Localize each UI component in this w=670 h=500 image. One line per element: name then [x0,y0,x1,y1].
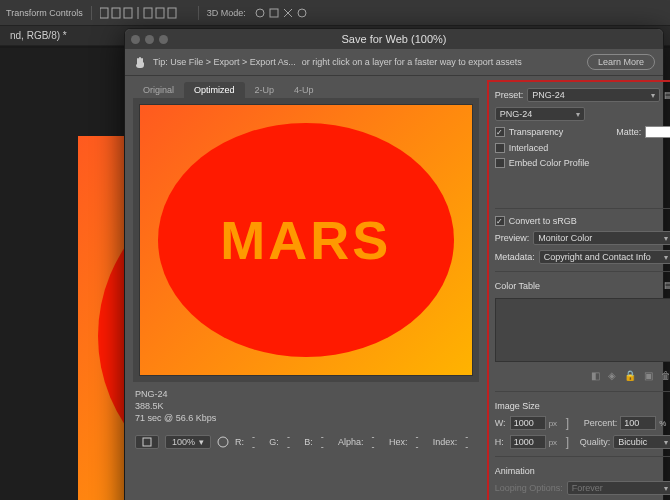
embed-label: Embed Color Profile [509,158,590,168]
metadata-select[interactable]: Copyright and Contact Info▾ [539,250,670,264]
status-row: 100%▾ R:-- G:-- B:-- Alpha:-- Hex:-- Ind… [133,430,479,454]
svg-rect-1 [112,8,120,18]
view-tabs: Original Optimized 2-Up 4-Up [133,82,479,98]
align-icons-group[interactable] [100,7,190,19]
hand-icon[interactable] [133,55,147,69]
format-select[interactable]: PNG-24▾ [495,107,585,121]
preview-mode-label: Preview: [495,233,530,243]
embed-checkbox[interactable] [495,158,505,168]
percent-input[interactable] [620,416,656,430]
tab-optimized[interactable]: Optimized [184,82,245,98]
color-table-label: Color Table [495,281,540,291]
learn-more-button[interactable]: Learn More [587,54,655,70]
color-readout-icon [217,435,229,449]
tab-2up[interactable]: 2-Up [245,82,285,98]
svg-rect-5 [156,8,164,18]
looping-label: Looping Options: [495,483,563,493]
settings-pane: Preset: PNG-24▾ ▤ PNG-24▾ ✓ Transparency… [487,80,670,500]
quality-select[interactable]: Bicubic▾ [613,435,670,449]
w-label: W: [495,418,507,428]
svg-rect-6 [168,8,176,18]
looping-select: Forever▾ [567,481,670,495]
transparency-checkbox[interactable]: ✓ [495,127,505,137]
tab-original[interactable]: Original [133,82,184,98]
svg-point-7 [256,9,264,17]
save-for-web-dialog: Save for Web (100%) Tip: Use File > Expo… [124,28,664,500]
interlaced-checkbox[interactable] [495,143,505,153]
b-label: B: [304,437,313,447]
preview-mode-select[interactable]: Monitor Color▾ [533,231,670,245]
alpha-label: Alpha: [338,437,364,447]
zoom-select[interactable]: 100%▾ [165,435,211,449]
options-bar: Transform Controls 3D Mode: [0,0,670,26]
preview-container: MARS [133,98,479,382]
info-format: PNG-24 [135,388,477,400]
svg-rect-0 [100,8,108,18]
preview-artwork-text: MARS [220,209,391,271]
svg-point-9 [298,9,306,17]
color-table-toolbar: ◧ ◈ 🔒 ▣ 🗑 [495,367,670,384]
ct-trash-icon[interactable]: 🗑 [661,370,670,381]
ct-icon-2[interactable]: ◈ [608,370,616,381]
animation-label: Animation [495,466,670,476]
h-label: H: [495,437,507,447]
tip-bar: Tip: Use File > Export > Export As... or… [125,49,663,76]
preset-label: Preset: [495,90,524,100]
r-label: R: [235,437,244,447]
index-label: Index: [433,437,458,447]
svg-point-11 [218,437,228,447]
ct-icon-1[interactable]: ◧ [591,370,600,381]
link-dimensions-icon[interactable]: ] [566,419,574,427]
interlaced-label: Interlaced [509,143,549,153]
toggle-slices-button[interactable] [135,435,159,449]
ct-lock-icon[interactable]: 🔒 [624,370,636,381]
preview-pane: Original Optimized 2-Up 4-Up MARS PNG-24… [125,76,487,500]
color-table[interactable] [495,298,670,362]
preset-menu-icon[interactable]: ▤ [664,90,670,100]
svg-rect-8 [270,9,278,17]
separator [198,6,199,20]
g-label: G: [269,437,279,447]
tab-4up[interactable]: 4-Up [284,82,324,98]
matte-label: Matte: [616,127,641,137]
image-size-label: Image Size [495,401,670,411]
svg-rect-4 [144,8,152,18]
width-input[interactable] [510,416,546,430]
dialog-title: Save for Web (100%) [125,33,663,45]
convert-label: Convert to sRGB [509,216,577,226]
separator [91,6,92,20]
preview-image[interactable]: MARS [139,104,473,376]
svg-rect-10 [143,438,151,446]
transform-controls-label: Transform Controls [6,8,83,18]
3d-mode-icons[interactable] [254,7,314,19]
info-size: 388.5K [135,400,477,412]
preset-select[interactable]: PNG-24▾ [527,88,660,102]
hex-label: Hex: [389,437,408,447]
height-input[interactable] [510,435,546,449]
percent-label: Percent: [584,418,618,428]
3d-mode-label: 3D Mode: [207,8,246,18]
convert-checkbox[interactable]: ✓ [495,216,505,226]
tip-text-2: or right click on a layer for a faster w… [302,57,522,67]
metadata-label: Metadata: [495,252,535,262]
preview-info: PNG-24 388.5K 71 sec @ 56.6 Kbps [133,382,479,430]
tip-text-1: Tip: Use File > Export > Export As... [153,57,296,67]
ct-new-icon[interactable]: ▣ [644,370,653,381]
transparency-label: Transparency [509,127,564,137]
matte-swatch[interactable] [645,126,670,138]
info-time: 71 sec @ 56.6 Kbps [135,412,477,424]
svg-rect-2 [124,8,132,18]
quality-label: Quality: [580,437,611,447]
dialog-titlebar[interactable]: Save for Web (100%) [125,29,663,49]
color-table-menu-icon[interactable]: ▤ [664,280,670,290]
